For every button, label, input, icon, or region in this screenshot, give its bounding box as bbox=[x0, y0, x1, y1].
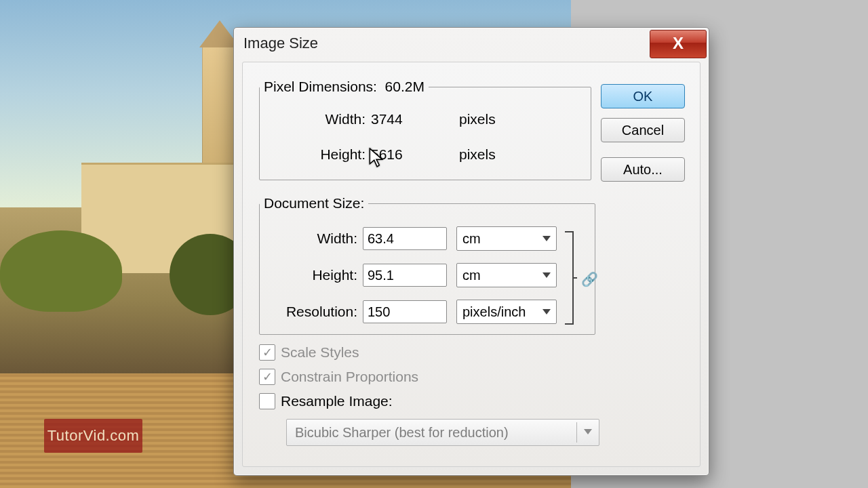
pd-width-value: 3744 bbox=[371, 111, 459, 127]
cancel-button[interactable]: Cancel bbox=[601, 118, 685, 142]
ds-height-unit-select[interactable]: cm bbox=[456, 263, 557, 287]
dialog-title: Image Size bbox=[234, 35, 318, 52]
image-size-dialog: Image Size X Pixel Dimensions: 60.2M Wid… bbox=[233, 27, 709, 476]
resample-method-value: Bicubic Sharper (best for reduction) bbox=[295, 425, 509, 441]
chevron-down-icon bbox=[584, 429, 592, 434]
auto-button[interactable]: Auto... bbox=[601, 157, 685, 182]
chevron-down-icon bbox=[542, 309, 551, 314]
resample-checkbox[interactable] bbox=[259, 393, 275, 409]
constrain-checkbox bbox=[259, 369, 275, 385]
pd-width-label: Width: bbox=[279, 111, 371, 127]
bg-tree bbox=[0, 230, 122, 312]
document-size-group: Document Size: Width: cm Height: cm bbox=[259, 195, 595, 335]
resample-row[interactable]: Resample Image: bbox=[259, 393, 393, 409]
ds-width-label: Width: bbox=[271, 230, 363, 247]
ds-width-unit-value: cm bbox=[462, 231, 481, 247]
titlebar: Image Size bbox=[234, 28, 709, 59]
ds-height-input[interactable] bbox=[363, 264, 447, 287]
ds-height-label: Height: bbox=[271, 267, 363, 283]
pd-height-label: Height: bbox=[279, 146, 371, 163]
pixel-dimensions-legend: Pixel Dimensions: 60.2M bbox=[260, 79, 429, 95]
ds-resolution-label: Resolution: bbox=[271, 304, 363, 320]
select-separator bbox=[576, 422, 577, 443]
chain-link-icon: 🔗 bbox=[581, 271, 598, 287]
ok-button[interactable]: OK bbox=[601, 84, 685, 108]
resample-method-select: Bicubic Sharper (best for reduction) bbox=[286, 419, 599, 446]
ds-height-unit-value: cm bbox=[462, 268, 481, 283]
scale-styles-row: Scale Styles bbox=[259, 344, 359, 361]
pixel-dimensions-group: Pixel Dimensions: 60.2M Width: 3744 pixe… bbox=[259, 79, 591, 180]
chevron-down-icon bbox=[542, 236, 551, 241]
scale-styles-checkbox bbox=[259, 344, 275, 361]
close-button[interactable]: X bbox=[650, 30, 707, 58]
pd-height-unit: pixels bbox=[459, 146, 496, 163]
pixel-dimensions-size: 60.2M bbox=[385, 79, 425, 94]
button-column: OK Cancel Auto... bbox=[601, 84, 685, 191]
ds-resolution-input[interactable] bbox=[363, 300, 447, 323]
ds-resolution-unit-select[interactable]: pixels/inch bbox=[456, 300, 557, 324]
ds-width-input[interactable] bbox=[363, 227, 447, 250]
chevron-down-icon bbox=[542, 272, 551, 278]
ds-resolution-unit-value: pixels/inch bbox=[462, 304, 526, 320]
constrain-row: Constrain Proportions bbox=[259, 369, 418, 385]
document-size-legend: Document Size: bbox=[260, 195, 368, 211]
scale-styles-label: Scale Styles bbox=[281, 344, 359, 361]
dialog-body: Pixel Dimensions: 60.2M Width: 3744 pixe… bbox=[242, 62, 701, 467]
link-bracket-icon bbox=[564, 230, 577, 325]
pd-width-unit: pixels bbox=[459, 111, 496, 127]
resample-label: Resample Image: bbox=[281, 393, 393, 409]
pixel-dimensions-label: Pixel Dimensions: bbox=[264, 79, 377, 94]
pd-height-value: 5616 bbox=[371, 146, 459, 163]
ds-width-unit-select[interactable]: cm bbox=[456, 226, 557, 251]
watermark: TutorVid.com bbox=[44, 419, 142, 453]
constrain-label: Constrain Proportions bbox=[281, 369, 418, 385]
